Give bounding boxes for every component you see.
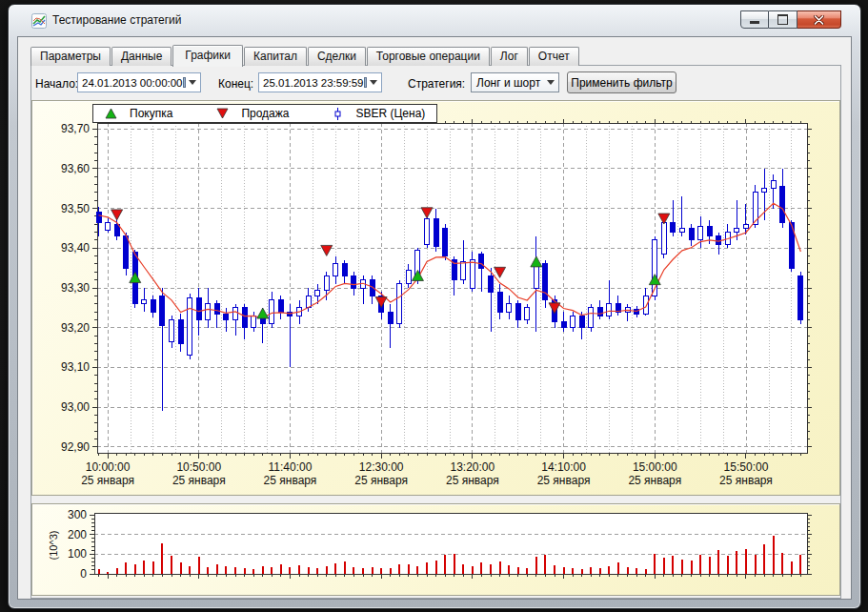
window-title: Тестирование стратегий: [52, 13, 182, 27]
svg-text:92,90: 92,90: [61, 440, 90, 454]
strategy-selected-value: Лонг и шорт: [472, 76, 547, 90]
svg-text:13:20:00: 13:20:00: [451, 460, 495, 474]
svg-text:25 января: 25 января: [81, 474, 134, 487]
chevron-down-icon: [370, 80, 377, 85]
price-chart-panel: 93,7093,6093,5093,4093,3093,2093,1093,00…: [31, 100, 840, 496]
tab-Лог[interactable]: Лог: [491, 47, 528, 66]
maximize-button[interactable]: [769, 10, 797, 29]
app-chart-icon: [31, 13, 47, 29]
legend-item: SBER (Цена): [333, 107, 425, 121]
svg-text:93,70: 93,70: [61, 122, 90, 135]
svg-text:10:00:00: 10:00:00: [86, 460, 131, 474]
legend-label: SBER (Цена): [355, 107, 425, 120]
end-datetime-value: 25.01.2013 23:59:59: [259, 77, 364, 89]
svg-text:14:10:00: 14:10:00: [541, 460, 586, 474]
svg-text:300: 300: [68, 508, 87, 521]
svg-text:0: 0: [80, 567, 87, 581]
app-window: Тестирование стратегий ПараметрыДанныеГр…: [8, 4, 861, 609]
chart-legend: ПокупкаПродажаSBER (Цена): [92, 104, 437, 123]
minimize-button[interactable]: [740, 10, 769, 29]
chevron-down-icon: [547, 80, 555, 85]
desktop-backdrop: Тестирование стратегий ПараметрыДанныеГр…: [0, 0, 868, 612]
close-button[interactable]: [797, 10, 841, 29]
title-bar[interactable]: Тестирование стратегий: [9, 5, 860, 36]
start-datetime-picker[interactable]: 24.01.2013 00:00:00: [77, 72, 201, 92]
svg-text:25 января: 25 января: [719, 474, 773, 487]
svg-text:25 января: 25 января: [172, 474, 226, 487]
tab-Капитал[interactable]: Капитал: [244, 47, 307, 66]
start-datetime-value: 24.01.2013 00:00:00: [78, 77, 183, 89]
candle-icon: [333, 107, 343, 121]
start-label: Начало:: [35, 77, 78, 91]
chart-splitter[interactable]: [31, 496, 840, 503]
buy-triangle-icon: [105, 108, 117, 119]
svg-text:93,60: 93,60: [61, 162, 90, 175]
maximize-icon: [777, 14, 788, 25]
svg-text:15:50:00: 15:50:00: [724, 460, 769, 474]
end-datetime-picker[interactable]: 25.01.2013 23:59:59: [258, 72, 382, 92]
svg-text:11:40:00: 11:40:00: [269, 460, 313, 474]
strategy-label: Стратегия:: [408, 77, 465, 91]
legend-item: Покупка: [105, 107, 172, 120]
tab-Торговые операции[interactable]: Торговые операции: [367, 47, 490, 66]
tab-Параметры[interactable]: Параметры: [30, 47, 111, 66]
svg-text:93,00: 93,00: [61, 400, 90, 414]
svg-text:25 января: 25 января: [537, 474, 591, 487]
tab-strip: ПараметрыДанныеГрафикиКапиталСделкиТорго…: [30, 44, 580, 66]
tab-Отчет[interactable]: Отчет: [529, 47, 579, 66]
calendar-icon: [183, 77, 186, 88]
volume-chart-svg: 3002001000(10^3): [32, 504, 841, 597]
apply-filter-button[interactable]: Применить фильтр: [567, 71, 676, 93]
svg-text:25 января: 25 января: [354, 474, 408, 487]
svg-text:93,30: 93,30: [61, 281, 90, 295]
svg-text:15:00:00: 15:00:00: [633, 460, 677, 474]
svg-text:93,10: 93,10: [61, 360, 90, 374]
legend-label: Покупка: [130, 107, 172, 120]
svg-text:25 января: 25 января: [446, 474, 499, 487]
svg-text:93,40: 93,40: [61, 241, 90, 255]
legend-label: Продажа: [241, 107, 289, 120]
window-controls: [740, 10, 841, 29]
calendar-icon: [364, 77, 367, 88]
sell-triangle-icon: [216, 108, 229, 119]
minimize-icon: [750, 21, 759, 24]
price-chart-svg: 93,7093,6093,5093,4093,3093,2093,1093,00…: [32, 101, 841, 497]
tab-Графики[interactable]: Графики: [172, 45, 243, 67]
svg-text:93,50: 93,50: [61, 202, 90, 215]
client-area: ПараметрыДанныеГрафикиКапиталСделкиТорго…: [17, 36, 852, 600]
tab-page-charts: Начало: 24.01.2013 00:00:00 Конец: 25.01…: [30, 65, 841, 599]
svg-text:10:50:00: 10:50:00: [176, 460, 221, 474]
strategy-select[interactable]: Лонг и шорт: [471, 72, 559, 92]
tab-Данные[interactable]: Данные: [111, 47, 172, 66]
close-icon: [814, 15, 824, 25]
svg-text:200: 200: [68, 528, 87, 541]
svg-text:100: 100: [68, 547, 87, 561]
tab-Сделки[interactable]: Сделки: [308, 47, 366, 66]
svg-text:93,20: 93,20: [61, 321, 90, 335]
apply-filter-label: Применить фильтр: [571, 76, 672, 90]
svg-text:25 января: 25 января: [628, 474, 681, 487]
svg-text:12:30:00: 12:30:00: [359, 460, 404, 474]
volume-axis-title: (10^3): [48, 531, 59, 561]
end-label: Конец:: [218, 77, 253, 91]
volume-chart-panel: 3002001000(10^3): [31, 503, 840, 596]
legend-item: Продажа: [216, 107, 289, 120]
svg-text:25 января: 25 января: [264, 474, 317, 487]
chevron-down-icon: [189, 80, 196, 85]
